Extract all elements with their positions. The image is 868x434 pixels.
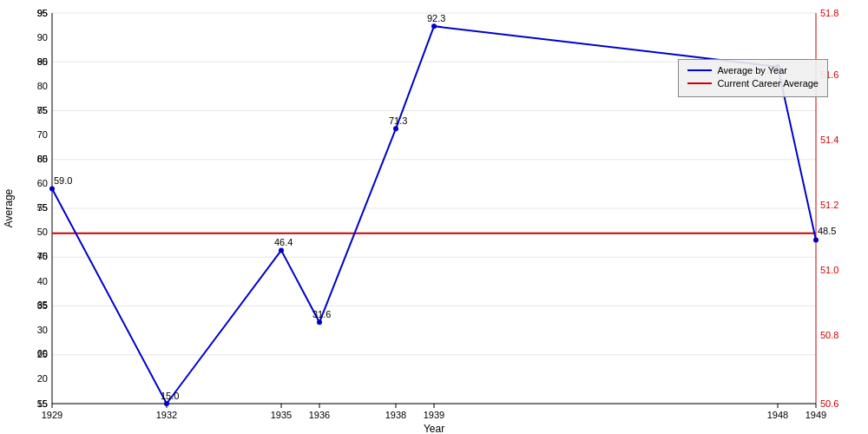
svg-point-75 [813,238,819,243]
x-axis-labels: 1929 1932 1935 1936 1938 1939 1948 1949 [42,410,826,420]
chart-container: 95 90 85 80 75 70 65 60 55 95 90 85 80 7… [0,0,868,434]
svg-text:31.6: 31.6 [312,309,331,319]
svg-text:30: 30 [37,325,48,335]
y-axis-left-title: Average [3,188,15,227]
svg-text:60: 60 [37,178,48,188]
svg-text:65: 65 [37,154,48,164]
svg-text:15: 15 [37,398,48,409]
svg-text:90: 90 [37,32,48,43]
legend-line-blue [687,69,712,71]
legend-label-average-by-year: Average by Year [717,65,787,76]
legend-item-average-by-year: Average by Year [687,65,819,76]
svg-point-70 [279,247,284,253]
svg-text:51.2: 51.2 [820,200,838,210]
svg-text:75: 75 [37,105,48,115]
svg-text:15.0: 15.0 [161,391,179,401]
svg-text:50.6: 50.6 [820,398,838,409]
svg-text:1936: 1936 [309,410,330,420]
svg-text:51.4: 51.4 [820,135,838,145]
svg-text:1948: 1948 [767,410,788,420]
svg-text:46.4: 46.4 [274,237,293,247]
svg-text:40: 40 [37,276,48,286]
x-axis-title: Year [424,423,444,434]
svg-text:95: 95 [37,8,48,18]
svg-text:51.0: 51.0 [820,265,838,275]
svg-point-72 [393,126,398,131]
svg-text:35: 35 [37,300,48,311]
svg-point-73 [431,23,437,29]
svg-text:1932: 1932 [156,410,177,420]
svg-text:1938: 1938 [385,410,406,420]
legend-line-red [687,82,712,84]
svg-text:25: 25 [37,349,48,359]
y-axis-left-labels-full: 95 90 85 80 75 70 65 60 55 50 45 40 35 3… [37,8,48,409]
svg-text:50: 50 [37,227,48,237]
svg-text:51.8: 51.8 [820,8,838,18]
svg-text:1949: 1949 [806,410,826,420]
svg-text:50.8: 50.8 [820,330,838,340]
svg-text:1939: 1939 [424,410,444,420]
svg-text:55: 55 [37,202,48,213]
svg-text:80: 80 [37,81,48,91]
svg-point-71 [317,319,322,325]
svg-text:70: 70 [37,129,48,140]
svg-text:85: 85 [37,56,48,67]
legend-label-career-average: Current Career Average [717,78,819,89]
svg-text:92.3: 92.3 [427,13,445,23]
svg-text:48.5: 48.5 [818,226,836,236]
svg-point-68 [49,187,55,192]
svg-text:1929: 1929 [42,410,62,420]
legend-box: Average by Year Current Career Average [678,59,828,97]
svg-text:1935: 1935 [271,410,292,420]
svg-point-69 [164,401,169,406]
svg-text:45: 45 [37,251,48,261]
svg-text:20: 20 [37,373,48,384]
svg-text:71.3: 71.3 [389,115,407,126]
svg-text:59.0: 59.0 [54,175,72,186]
legend-item-career-average: Current Career Average [687,78,819,89]
